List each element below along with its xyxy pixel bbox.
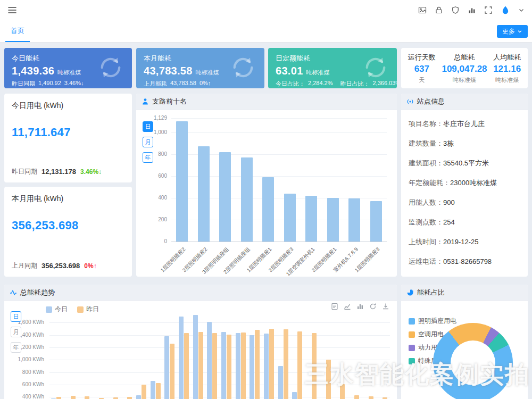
shield-icon[interactable]	[451, 6, 460, 14]
stat-per-capita-energy: 人均能耗 121.16 吨标准煤	[488, 53, 526, 84]
kpi-value: 63.01	[276, 65, 303, 77]
more-button[interactable]: 更多	[497, 25, 528, 38]
trend-bar-yesterday	[142, 385, 146, 399]
kpi-unit: 吨标准煤	[57, 69, 81, 77]
kpi-value: 43,783.58	[144, 65, 193, 77]
summary-stats-panel: 运行天数 637 天 总能耗 109,047.28 吨标准煤 人均能耗 121.…	[401, 48, 528, 88]
dashboard-content: 今日能耗 1,439.36 吨标准煤 昨日同期 1,490.92 3.46%↓ …	[0, 43, 532, 399]
lock-icon[interactable]	[435, 6, 443, 14]
x-axis-line	[171, 242, 387, 242]
tab-home[interactable]: 首页	[5, 20, 30, 42]
y-axis-tick-label: 800 KWh	[4, 369, 44, 375]
branch-period-day-button[interactable]: 日	[143, 121, 153, 132]
branch-bar	[348, 198, 360, 242]
tab-home-label: 首页	[11, 26, 24, 36]
branch-bar	[370, 201, 382, 242]
branch-bar	[198, 146, 210, 242]
trend-bar-today	[250, 335, 254, 399]
stat-value: 121.16	[488, 64, 526, 74]
branch-bar	[284, 194, 296, 242]
trend-bar-today	[164, 336, 169, 399]
y-axis-tick-label: 200	[136, 217, 167, 222]
y-axis-tick-label: 600	[136, 173, 167, 179]
menu-icon[interactable]	[7, 5, 17, 15]
trend-bar-yesterday	[340, 384, 345, 399]
site-info-body: 项目名称：枣庄市台儿庄 建筑数量：3栋 建筑面积：35540.5平方米 年定额能…	[401, 110, 528, 277]
panel-title: 总能耗趋势	[20, 288, 55, 297]
kpi-compare-value: 1,490.92	[38, 80, 61, 88]
gridline	[171, 118, 387, 119]
trend-bar-yesterday	[212, 333, 217, 399]
trend-bar-today	[136, 395, 141, 399]
image-icon[interactable]	[418, 6, 427, 14]
trend-bar-yesterday	[170, 344, 174, 399]
pie-legend-item[interactable]: 照明插座用电	[409, 317, 456, 326]
chevron-down-icon[interactable]	[518, 7, 525, 13]
trend-bar-yesterday	[71, 396, 76, 399]
branch-bar	[305, 196, 317, 242]
trend-bar-yesterday	[354, 395, 359, 399]
branch-period-month-button[interactable]: 月	[143, 137, 153, 147]
branch-period-group: 日 月 年	[143, 121, 153, 163]
stat-total-energy: 总能耗 109,047.28 吨标准煤	[440, 53, 489, 84]
y-axis-tick-label: 0	[136, 238, 167, 244]
trend-bar-today	[207, 322, 212, 399]
compare-label: 上月同期	[12, 261, 37, 270]
water-drop-logo-icon[interactable]	[501, 5, 510, 15]
trend-bar-yesterday	[56, 397, 61, 399]
trend-period-day-button[interactable]: 日	[11, 311, 21, 322]
site-row: 运维电话：0531-82665798	[401, 252, 528, 271]
trend-bar-yesterday	[369, 396, 373, 399]
donut-hole	[451, 340, 495, 385]
kpi-value: 1,439.36	[12, 65, 54, 77]
site-row: 上线时间：2019-12-25	[401, 232, 528, 252]
trend-period-year-button[interactable]: 年	[11, 342, 21, 353]
branch-chart: 02004006008001,0001,1291层照明插座23层照明插座23层照…	[136, 110, 397, 277]
branch-period-year-button[interactable]: 年	[143, 152, 153, 163]
panel-header: 支路前十名	[136, 94, 397, 110]
trend-bar-yesterday	[297, 331, 302, 399]
trend-period-month-button[interactable]: 月	[11, 327, 21, 337]
site-row: 建筑面积：35540.5平方米	[401, 153, 528, 173]
trend-bar-yesterday	[184, 333, 189, 399]
refresh-icon	[97, 54, 124, 81]
energy-dashboard: 首页 更多 今日能耗 1,439.36 吨标准煤 昨日同期 1,490.92 3…	[0, 0, 532, 399]
stat-label: 人均能耗	[488, 53, 526, 62]
gridline	[49, 385, 390, 385]
site-row: 年定额能耗：23000吨标准煤	[401, 173, 528, 193]
trend-bar-today	[193, 315, 198, 399]
kpi-delta: 0%↑	[200, 80, 211, 88]
kpi-ratio-yesterday-label: 昨日占比：	[340, 80, 369, 88]
y-axis-tick-label: 1,129	[136, 115, 167, 121]
trend-bar-today	[179, 317, 184, 399]
compare-label: 昨日同期	[12, 167, 37, 176]
panel-header: 能耗占比	[401, 285, 528, 301]
kpi-card-daily-quota-energy: 日定额能耗 63.01 吨标准煤 今日占比： 2,284.2% 昨日占比： 2,…	[268, 48, 397, 88]
kpi-unit: 吨标准煤	[306, 69, 330, 77]
kpi-ratio-today-value: 2,284.2%	[308, 80, 332, 88]
kpi-card-today-energy: 今日能耗 1,439.36 吨标准煤 昨日同期 1,490.92 3.46%↓	[4, 48, 132, 88]
branch-bar	[262, 177, 274, 242]
panel-header: 站点信息	[401, 94, 528, 110]
pie-legend-swatch	[409, 331, 415, 338]
chart-icon[interactable]	[468, 6, 476, 14]
electricity-month-value: 356,253.698	[12, 219, 124, 232]
stat-value: 637	[403, 64, 440, 74]
card-title: 本月用电 (kWh)	[12, 194, 124, 204]
site-row: 项目名称：枣庄市台儿庄	[401, 114, 528, 134]
panel-header: 总能耗趋势	[4, 285, 397, 301]
site-signal-icon	[406, 98, 414, 105]
energy-share-donut	[433, 323, 513, 399]
fullscreen-icon[interactable]	[484, 6, 493, 14]
y-axis-tick-label: 600 KWh	[4, 381, 44, 387]
branch-bar	[176, 121, 188, 242]
gridline	[49, 322, 390, 323]
trend-bar-yesterday	[241, 332, 246, 399]
y-axis-tick-label: 1,000 KWh	[4, 356, 44, 362]
energy-trend-panel: 总能耗趋势 今日 昨日	[4, 285, 397, 399]
electricity-month-card: 本月用电 (kWh) 356,253.698 上月同期 356,253.698 …	[4, 187, 132, 277]
topbar-icons	[418, 5, 525, 15]
stat-unit: 吨标准煤	[440, 76, 489, 84]
trend-bar-today	[236, 333, 240, 399]
pie-legend-swatch	[409, 358, 415, 364]
